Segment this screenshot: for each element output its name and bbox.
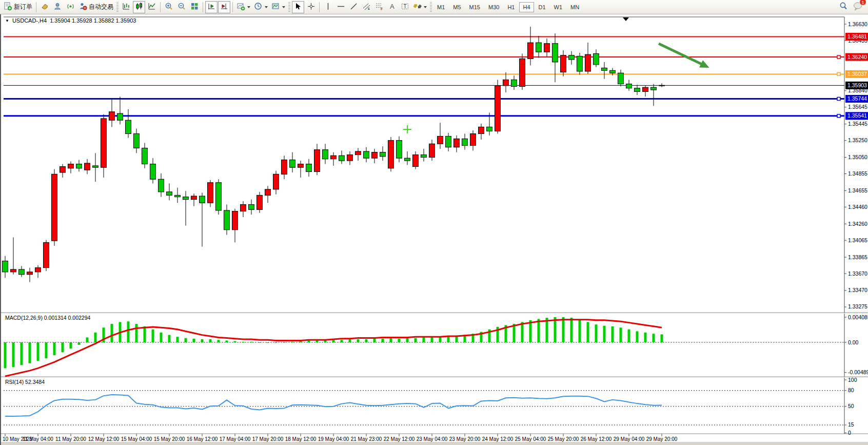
chat-unread-badge: 1 [859,0,866,6]
chart-window: ▼ USDCAD-,H4 1.35904 1.35928 1.35882 1.3… [0,14,868,445]
text-label-button[interactable]: T [399,1,411,13]
cursor-button[interactable] [292,1,304,13]
svg-text:1.34460: 1.34460 [848,204,867,210]
zoom-in-button[interactable] [163,1,175,13]
svg-text:19 May 04:00: 19 May 04:00 [318,436,349,442]
timeframe-button-h1[interactable]: H1 [504,2,518,12]
chart-canvas[interactable]: 1.366301.364351.358401.356451.354451.352… [1,14,868,445]
new-order-icon [4,2,12,12]
svg-text:1.35445: 1.35445 [848,121,867,127]
trendline-button[interactable] [347,1,360,13]
svg-text:23 May 04:00: 23 May 04:00 [417,436,448,442]
svg-text:15: 15 [848,421,854,428]
svg-text:12 May 12:00: 12 May 12:00 [88,436,120,442]
svg-text:18 May 12:00: 18 May 12:00 [285,436,317,442]
auto-trading-label: 自动交易 [89,3,113,11]
auto-scroll-button[interactable] [205,1,218,13]
periods-button[interactable] [252,1,269,13]
svg-text:1.36037: 1.36037 [847,71,867,77]
eraser-button[interactable] [38,1,51,13]
svg-text:50: 50 [848,403,854,409]
svg-text:1.35645: 1.35645 [848,104,867,110]
vertical-line-button[interactable] [322,1,334,13]
arrows-objects-button[interactable] [411,1,428,13]
text-button[interactable]: A [386,1,398,13]
tile-windows-icon [190,2,199,12]
svg-text:22 May 12:00: 22 May 12:00 [384,436,415,442]
chart-symbol-timeframe: USDCAD-,H4 [12,17,47,24]
chat-button[interactable]: 1 [853,1,863,13]
tile-windows-button[interactable] [188,1,201,13]
timeframe-button-h4[interactable]: H4 [519,2,534,12]
dropdown-arrow-icon [424,6,427,8]
svg-text:RSI(14) 52.3484: RSI(14) 52.3484 [5,379,45,385]
svg-text:1.35050: 1.35050 [848,154,867,160]
svg-text:1.34260: 1.34260 [848,221,867,227]
svg-text:1.36481: 1.36481 [847,33,867,40]
crosshair-icon [307,2,315,12]
horizontal-line-icon [337,2,345,12]
toolbar-grip [288,2,290,12]
svg-text:15 May 20:00: 15 May 20:00 [154,436,185,442]
indicators-button[interactable] [235,1,252,13]
zoom-in-icon [165,2,173,12]
svg-text:F: F [381,7,383,10]
clock-icon [254,2,263,12]
toolbar-separator [319,2,320,12]
dropdown-arrow-icon [282,6,285,8]
bar-chart-button[interactable] [120,1,132,13]
svg-text:21 May 23:00: 21 May 23:00 [351,436,382,442]
vertical-line-icon [324,2,332,12]
text-a-icon: A [388,2,397,12]
trendline-icon [349,2,358,12]
toolbar-grip [430,2,432,12]
svg-text:11 May 04:00: 11 May 04:00 [23,436,53,442]
profile-button[interactable] [51,1,64,13]
svg-text:16 May 12:00: 16 May 12:00 [187,436,218,442]
timeframe-button-m1[interactable]: M1 [433,2,448,12]
fibonacci-button[interactable]: F [373,1,385,13]
svg-text:-0.004894: -0.004894 [848,369,868,375]
equidistant-channel-icon: E [362,2,371,12]
auto-trading-icon [78,2,87,12]
timeframe-button-d1[interactable]: D1 [535,2,549,12]
chart-title: ▼ USDCAD-,H4 1.35904 1.35928 1.35882 1.3… [5,17,136,24]
chart-shift-button[interactable] [218,1,230,13]
svg-text:MACD(12,26,9) 0.001314 0.00229: MACD(12,26,9) 0.001314 0.002294 [5,315,91,321]
svg-text:1.34065: 1.34065 [848,237,867,243]
svg-text:E: E [368,7,370,10]
templates-button[interactable] [270,1,287,13]
svg-text:0: 0 [848,430,851,436]
chart-shift-icon [220,2,229,12]
svg-text:1.34855: 1.34855 [848,170,867,177]
toolbar-grip [116,2,119,12]
timeframe-button-mn[interactable]: MN [567,2,583,12]
svg-text:T: T [403,4,406,9]
svg-text:1.35541: 1.35541 [847,112,867,119]
svg-text:1.35744: 1.35744 [847,95,867,102]
arrows-objects-icon [413,2,422,12]
new-order-label: 新订单 [14,3,32,11]
text-label-icon: T [401,2,409,12]
search-button[interactable] [837,1,850,13]
candlestick-chart-button[interactable] [133,1,145,13]
svg-text:1.35250: 1.35250 [848,137,867,143]
timeframe-button-w1[interactable]: W1 [550,2,566,12]
horizontal-line-button[interactable] [334,1,347,13]
signals-button[interactable] [64,1,76,13]
toolbar-separator [36,2,36,12]
new-order-button[interactable]: 新订单 [2,1,34,13]
svg-text:26 May 12:00: 26 May 12:00 [581,436,612,442]
line-chart-button[interactable] [146,1,158,13]
timeframe-button-m15[interactable]: M15 [466,2,484,12]
svg-text:17 May 20:00: 17 May 20:00 [252,436,284,442]
toolbar-right-group: 1 [837,1,866,13]
chart-menu-triangle-icon[interactable]: ▼ [5,18,9,23]
auto-trading-button[interactable]: 自动交易 [77,1,115,13]
zoom-out-button[interactable] [175,1,188,13]
crosshair-button[interactable] [305,1,317,13]
timeframe-button-m5[interactable]: M5 [449,2,464,12]
timeframe-button-m30[interactable]: M30 [485,2,503,12]
equidistant-channel-button[interactable]: E [360,1,372,13]
svg-text:1.33470: 1.33470 [848,287,867,293]
